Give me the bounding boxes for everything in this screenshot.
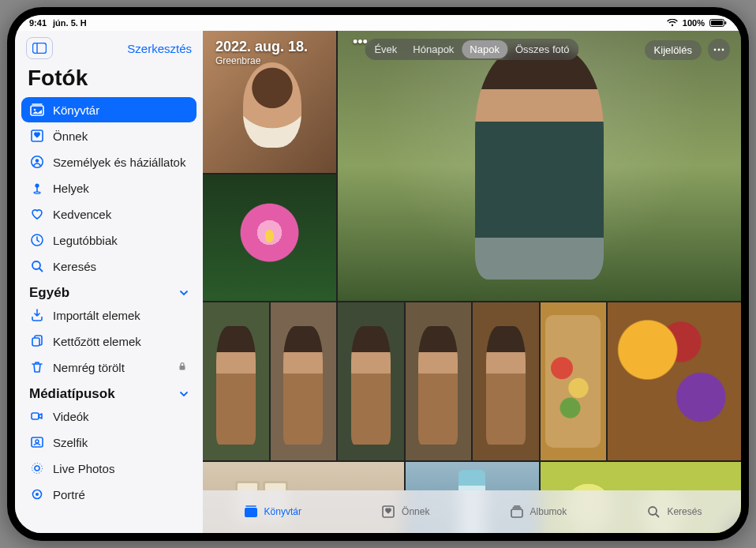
- sidebar-item-library[interactable]: Könyvtár: [21, 97, 196, 122]
- nav-media: Videók Szelfik Live Photos Portré: [21, 403, 196, 507]
- sidebar-item-favorites[interactable]: Kedvencek: [21, 201, 196, 227]
- clock-icon: [29, 232, 45, 248]
- svg-point-20: [32, 464, 43, 474]
- photo-tile[interactable]: [203, 302, 269, 460]
- albums-icon: [508, 505, 526, 519]
- sidebar-item-search[interactable]: Keresés: [21, 253, 196, 279]
- trash-icon: [29, 359, 45, 375]
- photo-tile[interactable]: [608, 302, 741, 460]
- status-bar: 9:41 jún. 5. H 100%: [15, 15, 741, 31]
- selfie-icon: [29, 434, 45, 450]
- tab-library[interactable]: Könyvtár: [242, 505, 301, 519]
- app-title: Fotók: [21, 64, 196, 97]
- main-photo-grid[interactable]: ••• 2022. aug. 18. Greenbrae Évek Hónapo…: [203, 31, 741, 533]
- segment-all[interactable]: Összes fotó: [507, 40, 578, 58]
- sidebar-item-label: Live Photos: [53, 462, 114, 475]
- tab-label: Könyvtár: [264, 506, 301, 517]
- sidebar-item-label: Személyek és háziállatok: [53, 156, 185, 169]
- sidebar-item-label: Önnek: [53, 129, 88, 143]
- svg-rect-1: [711, 21, 723, 25]
- library-icon: [242, 505, 260, 519]
- sidebar-item-label: Importált elemek: [53, 309, 140, 322]
- svg-rect-16: [32, 413, 39, 419]
- more-menu-button[interactable]: [708, 39, 730, 61]
- svg-rect-2: [725, 21, 727, 24]
- wifi-icon: [667, 19, 678, 27]
- sidebar-item-label: Legutóbbiak: [53, 234, 118, 247]
- tab-label: Önnek: [402, 506, 429, 517]
- photo-tile[interactable]: [203, 175, 336, 301]
- portrait-icon: [29, 486, 45, 502]
- header-location: Greenbrae: [215, 55, 308, 66]
- photo-tile[interactable]: [338, 31, 741, 301]
- lock-icon: [178, 362, 189, 373]
- photo-grid: [203, 31, 741, 533]
- photo-tile[interactable]: [406, 302, 472, 460]
- sidebar-item-label: Videók: [53, 410, 89, 423]
- svg-rect-26: [245, 508, 257, 517]
- sidebar-item-duplicates[interactable]: Kettőzött elemek: [21, 328, 196, 354]
- segment-days[interactable]: Napok: [462, 40, 507, 58]
- sidebar-item-portrait[interactable]: Portré: [21, 482, 196, 507]
- photo-tile[interactable]: [338, 302, 404, 460]
- sidebar-item-label: Szelfik: [53, 436, 88, 449]
- sidebar-item-label: Kettőzött elemek: [53, 335, 141, 348]
- svg-point-22: [36, 493, 39, 496]
- sidebar-item-videos[interactable]: Videók: [21, 403, 196, 429]
- photo-tile[interactable]: [473, 302, 539, 460]
- svg-rect-15: [180, 366, 185, 370]
- tab-search[interactable]: Keresés: [645, 505, 702, 519]
- header-date: 2022. aug. 18.: [215, 39, 308, 55]
- svg-point-24: [718, 49, 720, 51]
- svg-point-18: [36, 440, 39, 443]
- select-button[interactable]: Kijelölés: [645, 40, 702, 60]
- svg-point-23: [714, 49, 717, 51]
- import-icon: [29, 307, 45, 323]
- foryou-icon: [380, 505, 397, 519]
- battery-icon: [709, 19, 727, 27]
- svg-rect-3: [33, 43, 47, 54]
- sidebar-item-recently-deleted[interactable]: Nemrég törölt: [21, 355, 196, 380]
- foryou-icon: [29, 128, 45, 144]
- chevron-down-icon: [179, 288, 189, 298]
- svg-point-6: [34, 109, 36, 111]
- people-icon: [29, 154, 45, 170]
- status-battery-pct: 100%: [683, 18, 705, 28]
- sidebar-item-for-you[interactable]: Önnek: [21, 123, 196, 148]
- photo-tile[interactable]: [541, 302, 607, 460]
- sidebar-item-label: Keresés: [53, 260, 96, 273]
- sidebar: Szerkesztés Fotók Könyvtár Önnek Személy…: [15, 31, 203, 533]
- sidebar-section-other[interactable]: Egyéb: [21, 279, 196, 302]
- live-icon: [29, 460, 45, 476]
- date-overlay[interactable]: 2022. aug. 18. Greenbrae: [215, 39, 308, 66]
- search-icon: [29, 258, 45, 274]
- sidebar-item-people-pets[interactable]: Személyek és háziállatok: [21, 149, 196, 175]
- photo-tile[interactable]: [271, 302, 337, 460]
- segment-months[interactable]: Hónapok: [405, 40, 462, 58]
- nav-other: Importált elemek Kettőzött elemek Nemrég…: [21, 302, 196, 380]
- sidebar-item-live-photos[interactable]: Live Photos: [21, 456, 196, 481]
- chevron-down-icon: [179, 389, 189, 399]
- svg-point-19: [35, 466, 39, 471]
- sidebar-item-label: Helyek: [53, 182, 89, 195]
- sidebar-item-selfies[interactable]: Szelfik: [21, 430, 196, 455]
- sidebar-item-label: Portré: [53, 488, 85, 501]
- tab-albums[interactable]: Albumok: [508, 505, 567, 519]
- sidebar-item-imports[interactable]: Importált elemek: [21, 302, 196, 328]
- pin-icon: [29, 180, 45, 196]
- sidebar-item-places[interactable]: Helyek: [21, 175, 196, 201]
- sidebar-toggle-button[interactable]: [26, 37, 53, 59]
- svg-point-11: [34, 192, 40, 193]
- view-segmented-control: Évek Hónapok Napok Összes fotó: [365, 39, 578, 60]
- duplicate-icon: [29, 333, 45, 349]
- heart-icon: [29, 206, 45, 222]
- sidebar-edit-button[interactable]: Szerkesztés: [127, 42, 192, 55]
- bottom-tab-bar: Könyvtár Önnek Albumok Keresés: [203, 490, 741, 533]
- svg-rect-17: [32, 437, 43, 447]
- tab-for-you[interactable]: Önnek: [380, 505, 429, 519]
- sidebar-section-media[interactable]: Médiatípusok: [21, 380, 196, 403]
- search-icon: [645, 505, 662, 519]
- sidebar-item-recents[interactable]: Legutóbbiak: [21, 227, 196, 253]
- segment-years[interactable]: Évek: [366, 40, 405, 58]
- svg-point-25: [722, 49, 724, 51]
